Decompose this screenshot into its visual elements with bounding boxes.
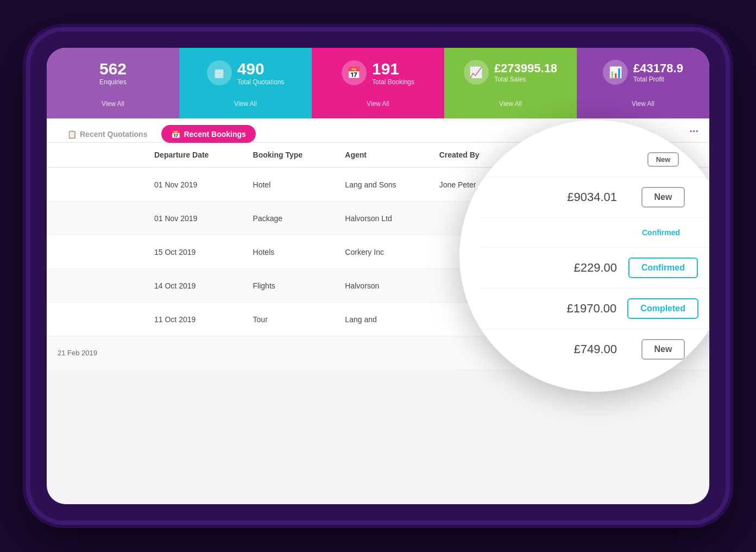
cell-agent-6 [335, 336, 429, 370]
mag-amount-5: £1970.00 [546, 302, 616, 316]
stat-card-sales: 📈 £273995.18 Total Sales View All [444, 48, 577, 118]
confirmed-label-right: Confirmed [642, 228, 680, 237]
magnifier-row-4: £229.00 Confirmed [481, 248, 709, 288]
cell-agent-5: Lang and [335, 303, 429, 336]
cell-agent-2: Halvorson Ltd [335, 202, 429, 235]
cell-empty-2 [47, 202, 144, 235]
mag-badge-new-small: New [647, 152, 679, 167]
stat-card-enquiries: 562 Enquiries View All [47, 48, 179, 118]
stat-card-bookings: 📅 191 Total Bookings View All [312, 48, 444, 118]
stats-bar: 562 Enquiries View All ▦ 490 Total Quota… [47, 48, 709, 118]
bookings-icon: 📅 [342, 60, 367, 85]
device-frame: 562 Enquiries View All ▦ 490 Total Quota… [30, 32, 726, 520]
enquiries-label: Enquiries [99, 78, 127, 86]
cell-type-6 [243, 336, 336, 370]
cell-type-2: Package [243, 202, 336, 235]
mag-status-2: New [628, 187, 698, 208]
more-options-button[interactable]: ··· [689, 125, 698, 142]
bookings-tab-icon: 📅 [171, 130, 180, 139]
content-wrapper: Departure Date Booking Type Agent Create… [47, 143, 709, 370]
quotations-tab-icon: 📋 [67, 130, 77, 139]
cell-departure-3: 15 Oct 2019 [144, 235, 243, 269]
mag-badge-completed: Completed [627, 298, 698, 319]
screen: 562 Enquiries View All ▦ 490 Total Quota… [47, 48, 709, 504]
cell-empty-4 [47, 269, 144, 303]
cell-date-label: 21 Feb 2019 [47, 336, 144, 370]
profit-label: Total Profit [633, 76, 683, 83]
quotations-number: 490 [237, 60, 285, 78]
cell-departure-1: 01 Nov 2019 [144, 167, 243, 202]
mag-status-5: Completed [627, 298, 698, 319]
profit-icon: 📊 [603, 60, 628, 85]
cell-departure-4: 14 Oct 2019 [144, 269, 243, 303]
tab-recent-quotations[interactable]: 📋 Recent Quotations [58, 125, 157, 143]
magnifier-row-5: £1970.00 Completed [481, 288, 709, 329]
mag-status-4: Confirmed [628, 258, 698, 278]
cell-agent-4: Halvorson [335, 269, 429, 303]
cell-departure-5: 11 Oct 2019 [144, 303, 243, 336]
quotations-view-all[interactable]: View All [185, 100, 306, 113]
mag-badge-confirmed: Confirmed [628, 258, 698, 278]
stat-card-quotations: ▦ 490 Total Quotations View All [179, 48, 312, 118]
col-departure-date: Departure Date [144, 143, 243, 167]
mag-badge-new-bottom: New [641, 339, 685, 360]
mag-amount-4: £229.00 [546, 261, 617, 275]
cell-type-4: Flights [243, 269, 336, 303]
mag-badge-new-large: New [641, 187, 685, 208]
stat-card-profit: 📊 £43178.9 Total Profit View All [577, 48, 709, 118]
enquiries-view-all[interactable]: View All [52, 100, 174, 113]
enquiries-number: 562 [99, 60, 127, 78]
sales-icon: 📈 [464, 60, 489, 85]
bookings-view-all[interactable]: View All [317, 100, 439, 113]
profit-view-all[interactable]: View All [582, 100, 704, 113]
tab-recent-bookings[interactable]: 📅 Recent Bookings [161, 125, 255, 143]
col-agent: Agent [335, 143, 429, 167]
bookings-label: Total Bookings [372, 78, 414, 86]
cell-type-1: Hotel [243, 167, 336, 202]
cell-agent-3: Corkery Inc [335, 235, 429, 269]
quotations-label: Total Quotations [237, 78, 285, 86]
cell-empty-1 [47, 167, 144, 202]
magnifier-row-3: Confirmed [481, 218, 709, 248]
profit-number: £43178.9 [633, 61, 683, 76]
col-booking-type: Booking Type [243, 143, 336, 167]
cell-departure-6 [144, 336, 243, 370]
quotations-icon: ▦ [207, 60, 232, 85]
cell-type-5: Tour [243, 303, 336, 336]
cell-empty-5 [47, 303, 144, 336]
sales-number: £273995.18 [494, 61, 557, 76]
magnifier-row-2: £9034.01 New [481, 177, 709, 218]
cell-type-3: Hotels [243, 235, 336, 269]
cell-empty-3 [47, 235, 144, 269]
cell-departure-2: 01 Nov 2019 [144, 202, 243, 235]
bookings-number: 191 [372, 60, 414, 78]
sales-label: Total Sales [494, 76, 557, 83]
mag-amount-6: £749.00 [546, 342, 617, 356]
mag-status-3: Confirmed [628, 228, 698, 237]
sales-view-all[interactable]: View All [450, 100, 571, 113]
col-empty [47, 143, 144, 167]
cell-agent-1: Lang and Sons [335, 167, 429, 202]
mag-amount-2: £9034.01 [546, 190, 617, 204]
